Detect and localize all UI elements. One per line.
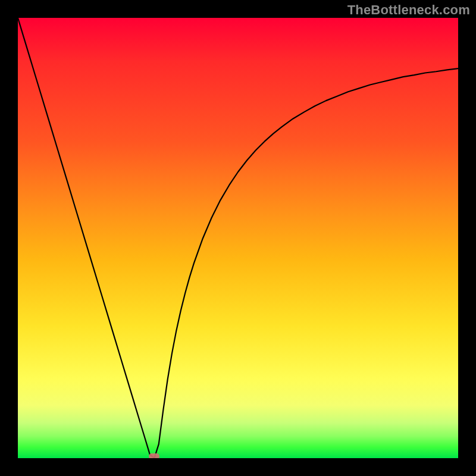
bottleneck-curve [18, 18, 458, 458]
curve-layer [18, 18, 458, 458]
watermark-text: TheBottleneck.com [347, 2, 470, 18]
plot-area [18, 18, 458, 458]
minimum-marker [149, 453, 159, 458]
outer-frame: TheBottleneck.com [0, 0, 476, 476]
